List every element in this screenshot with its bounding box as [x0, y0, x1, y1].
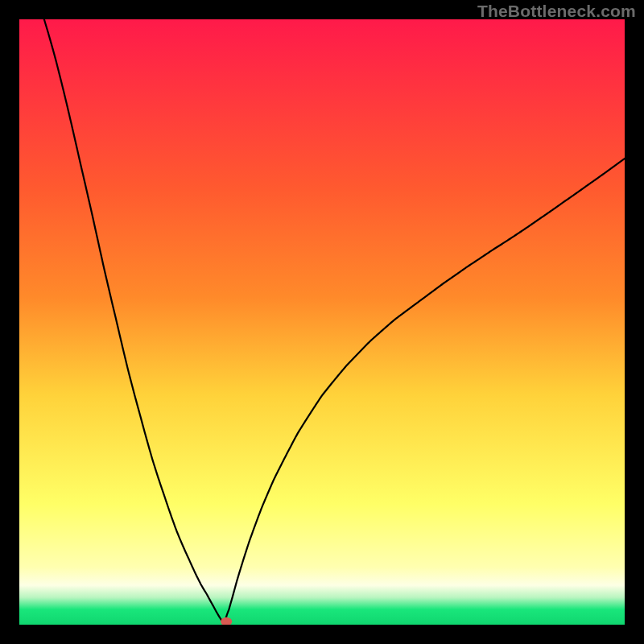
chart-svg	[19, 19, 625, 625]
svg-rect-0	[19, 19, 625, 625]
watermark-text: TheBottleneck.com	[477, 2, 636, 21]
chart-plot-area	[19, 19, 625, 625]
chart-frame: TheBottleneck.com	[0, 0, 644, 644]
